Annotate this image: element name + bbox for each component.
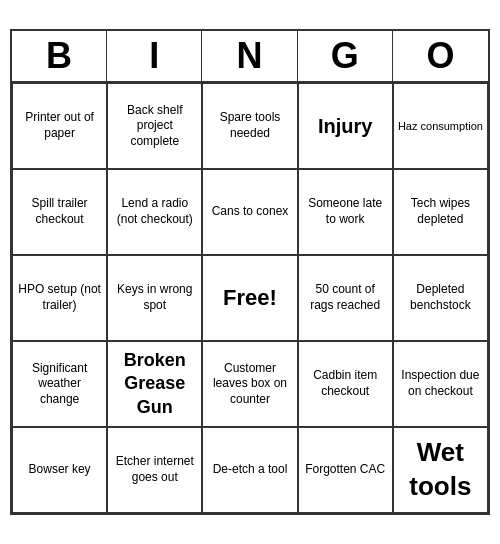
bingo-grid: Printer out of paperBack shelf project c… (12, 83, 488, 513)
bingo-cell-15[interactable]: Significant weather change (12, 341, 107, 427)
bingo-card: BINGO Printer out of paperBack shelf pro… (10, 29, 490, 515)
bingo-letter-b: B (12, 31, 107, 81)
bingo-cell-22[interactable]: De-etch a tool (202, 427, 297, 513)
bingo-cell-0[interactable]: Printer out of paper (12, 83, 107, 169)
bingo-cell-5[interactable]: Spill trailer checkout (12, 169, 107, 255)
bingo-cell-17[interactable]: Customer leaves box on counter (202, 341, 297, 427)
bingo-cell-16[interactable]: Broken Grease Gun (107, 341, 202, 427)
bingo-cell-20[interactable]: Bowser key (12, 427, 107, 513)
bingo-cell-11[interactable]: Keys in wrong spot (107, 255, 202, 341)
bingo-letter-o: O (393, 31, 488, 81)
bingo-cell-14[interactable]: Depleted benchstock (393, 255, 488, 341)
bingo-cell-10[interactable]: HPO setup (not trailer) (12, 255, 107, 341)
bingo-letter-g: G (298, 31, 393, 81)
bingo-letter-n: N (202, 31, 297, 81)
bingo-cell-12[interactable]: Free! (202, 255, 297, 341)
bingo-header: BINGO (12, 31, 488, 83)
bingo-cell-19[interactable]: Inspection due on checkout (393, 341, 488, 427)
bingo-cell-6[interactable]: Lend a radio (not checkout) (107, 169, 202, 255)
bingo-cell-9[interactable]: Tech wipes depleted (393, 169, 488, 255)
bingo-cell-24[interactable]: Wet tools (393, 427, 488, 513)
bingo-cell-1[interactable]: Back shelf project complete (107, 83, 202, 169)
bingo-cell-4[interactable]: Haz consumption (393, 83, 488, 169)
bingo-cell-2[interactable]: Spare tools needed (202, 83, 297, 169)
bingo-letter-i: I (107, 31, 202, 81)
bingo-cell-21[interactable]: Etcher internet goes out (107, 427, 202, 513)
bingo-cell-3[interactable]: Injury (298, 83, 393, 169)
bingo-cell-18[interactable]: Cadbin item checkout (298, 341, 393, 427)
bingo-cell-13[interactable]: 50 count of rags reached (298, 255, 393, 341)
bingo-cell-8[interactable]: Someone late to work (298, 169, 393, 255)
bingo-cell-23[interactable]: Forgotten CAC (298, 427, 393, 513)
bingo-cell-7[interactable]: Cans to conex (202, 169, 297, 255)
